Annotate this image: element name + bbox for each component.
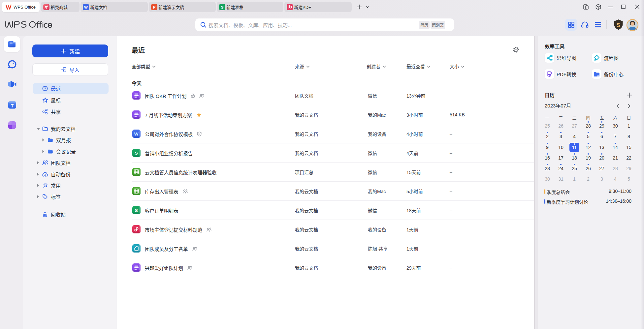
svg-text:S: S <box>135 151 138 156</box>
svg-text:S: S <box>221 5 224 9</box>
svg-text:S: S <box>617 22 620 28</box>
svg-text:S: S <box>135 208 138 213</box>
svg-text:7: 7 <box>11 103 14 108</box>
svg-text:W: W <box>84 5 88 9</box>
svg-text:P: P <box>153 5 156 9</box>
svg-text:W: W <box>134 132 139 136</box>
